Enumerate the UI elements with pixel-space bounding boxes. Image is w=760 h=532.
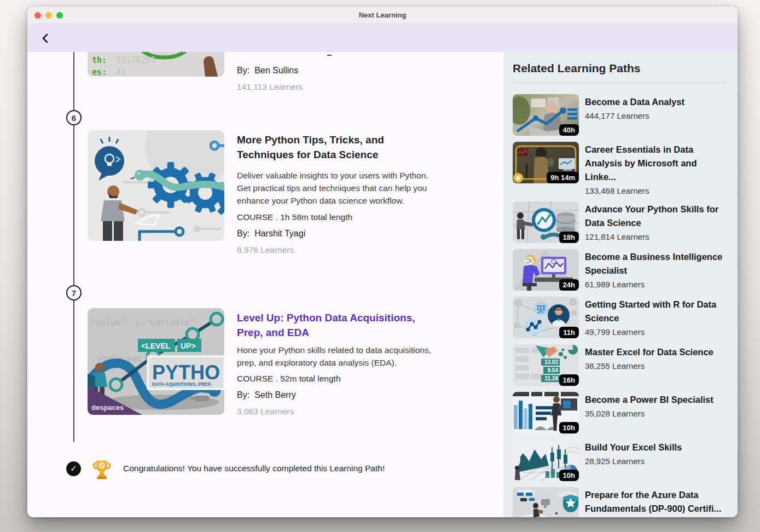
completed-check-icon: ✓: [66, 461, 81, 476]
related-path-item[interactable]: 40h Become a Data Analyst 444,177 Learne…: [513, 94, 727, 136]
learning-path-main: 6 7 th: 20130201 es: 41 By:Ben Sullins: [27, 52, 503, 517]
app-header: [27, 24, 738, 52]
path-learners: 38,255 Learners: [585, 361, 713, 371]
duration-badge: 24h: [559, 279, 579, 291]
course-meta-clipped: By:Ben Sullins 141,113 Learners: [237, 66, 433, 92]
azure-dp900-thumbnail-art: [513, 487, 579, 517]
step-number: 7: [72, 288, 76, 298]
duration-badge: 16h: [559, 374, 579, 386]
titlebar: Next Learning: [27, 7, 738, 24]
course-author: Seth Berry: [254, 390, 296, 400]
course-card[interactable]: Level Up: Python Data Acquisitions, Prep…: [237, 310, 433, 417]
path-learners: 444,177 Learners: [585, 111, 684, 120]
code-label: th:: [92, 55, 107, 65]
path-thumbnail[interactable]: 9h 14m: [513, 142, 579, 183]
step-number-badge: 6: [66, 110, 82, 125]
path-title[interactable]: Master Excel for Data Science: [585, 345, 713, 359]
path-learners: 61,989 Learners: [585, 280, 727, 289]
course-description: Deliver valuable insights to your users …: [237, 169, 433, 207]
path-thumbnail[interactable]: 10h: [513, 440, 579, 481]
cell-value: 13.02: [544, 359, 558, 365]
congratulations-text: Congratulations! You have successfully c…: [123, 464, 385, 473]
by-label: By:: [237, 66, 250, 75]
course-thumbnail[interactable]: "value", y="variable" employees height=2…: [88, 308, 224, 415]
path-title[interactable]: Become a Data Analyst: [585, 95, 684, 109]
trophy-icon: [91, 458, 112, 479]
app-window: Next Learning 6 7 th: 20130201: [27, 7, 738, 517]
cell-value: 9.54: [548, 367, 559, 373]
python-subtitle-text: DATA AQUISITIONS, PREP,: [152, 381, 211, 387]
code-label: es:: [92, 67, 107, 77]
related-path-item[interactable]: 24h Become a Business Intelligence Speci…: [513, 249, 727, 291]
watermark-text: despaces: [91, 403, 124, 412]
back-button[interactable]: [37, 30, 54, 47]
up-badge-text: UP>: [181, 342, 196, 350]
path-title[interactable]: Advance Your Python Skills for Data Scie…: [585, 203, 727, 230]
path-title[interactable]: Prepare for the Azure Data Fundamentals …: [585, 488, 727, 516]
path-thumbnail[interactable]: 3h 20m: [513, 487, 579, 517]
path-learners: 28,925 Learners: [585, 456, 682, 466]
path-thumbnail[interactable]: 24h: [513, 249, 579, 291]
sidebar-title: Related Learning Paths: [513, 61, 727, 76]
related-path-item[interactable]: 18h Advance Your Python Skills for Data …: [513, 201, 727, 243]
path-learners: 121,814 Learners: [585, 232, 727, 241]
by-label: By:: [237, 390, 250, 400]
path-learners: 133,468 Learners: [585, 186, 727, 195]
code-value: 41: [116, 67, 126, 77]
timeline-line: [73, 125, 74, 285]
related-paths-sidebar: Related Learning Paths: [503, 52, 738, 517]
check-glyph: ✓: [70, 464, 77, 473]
path-thumbnail[interactable]: 11h: [513, 297, 579, 338]
congratulations-row: ✓ Congratulations! You have successfully…: [66, 458, 385, 479]
code-thumbnail-art: th: 20130201 es: 41: [88, 52, 224, 77]
course-thumbnail[interactable]: [88, 130, 224, 241]
path-title[interactable]: Career Essentials in Data Analysis by Mi…: [585, 143, 727, 184]
clipped-text-fragment: [327, 55, 332, 56]
duration-badge: 18h: [559, 232, 579, 243]
path-thumbnail[interactable]: 18h: [513, 201, 579, 243]
path-thumbnail[interactable]: 13.02 9.54 11.28 16h: [513, 344, 579, 386]
level-badge-text: <LEVEL: [141, 342, 171, 350]
related-path-item[interactable]: 11h Getting Started with R for Data Scie…: [513, 297, 727, 338]
code-value: 20130201: [116, 55, 155, 65]
course-title-link[interactable]: Level Up: Python Data Acquisitions, Prep…: [237, 310, 433, 340]
duration-badge: 11h: [559, 327, 579, 338]
step-number: 6: [72, 113, 76, 123]
timeline-line: [73, 300, 74, 442]
path-thumbnail[interactable]: 10h: [513, 392, 579, 433]
path-title[interactable]: Getting Started with R for Data Science: [585, 298, 727, 325]
course-meta: COURSE . 52m total length: [237, 374, 433, 384]
window-title: Next Learning: [27, 11, 738, 19]
path-title[interactable]: Become a Business Intelligence Specialis…: [585, 250, 727, 277]
duration-badge: 40h: [559, 124, 579, 136]
course-author: Harshit Tyagi: [254, 229, 305, 238]
course-author: Ben Sullins: [254, 66, 298, 75]
path-title[interactable]: Become a Power BI Specialist: [585, 393, 713, 407]
duration-badge: 9h 14m: [547, 172, 579, 183]
path-title[interactable]: Build Your Excel Skills: [585, 441, 682, 454]
course-thumbnail-clipped[interactable]: th: 20130201 es: 41: [88, 52, 224, 77]
code-bg-text: "value", y="variable": [91, 318, 195, 328]
level-up-thumbnail-art: "value", y="variable" employees height=2…: [88, 308, 224, 415]
course-card[interactable]: More Python Tips, Tricks, and Techniques…: [237, 132, 433, 255]
by-label: By:: [237, 229, 250, 238]
path-thumbnail[interactable]: 40h: [513, 94, 579, 136]
cell-value: 11.28: [545, 375, 559, 381]
gears-snake-thumbnail-art: [88, 130, 224, 241]
related-path-item[interactable]: 10h Build Your Excel Skills 28,925 Learn…: [513, 440, 727, 481]
path-learners: 35,028 Learners: [585, 409, 713, 418]
divider: [513, 82, 727, 83]
duration-badge: 10h: [559, 422, 579, 433]
course-description: Hone your Python skills related to data …: [237, 344, 433, 369]
timeline-line: [73, 52, 74, 110]
step-number-badge: 7: [66, 285, 82, 300]
course-learners: 8,976 Learners: [237, 245, 433, 255]
course-learners: 141,113 Learners: [237, 82, 433, 92]
related-path-item[interactable]: 3h 20m Prepare for the Azure Data Fundam…: [513, 487, 727, 517]
related-path-item[interactable]: 10h Become a Power BI Specialist 35,028 …: [513, 392, 727, 433]
course-title[interactable]: More Python Tips, Tricks, and Techniques…: [237, 132, 433, 162]
course-meta: COURSE . 1h 58m total length: [237, 212, 433, 222]
related-path-item[interactable]: 13.02 9.54 11.28 16h Master Excel for Da…: [513, 344, 727, 386]
related-path-item[interactable]: 9h 14m Career Essentials in Data Analysi…: [513, 142, 727, 195]
path-learners: 49,799 Learners: [585, 327, 727, 337]
